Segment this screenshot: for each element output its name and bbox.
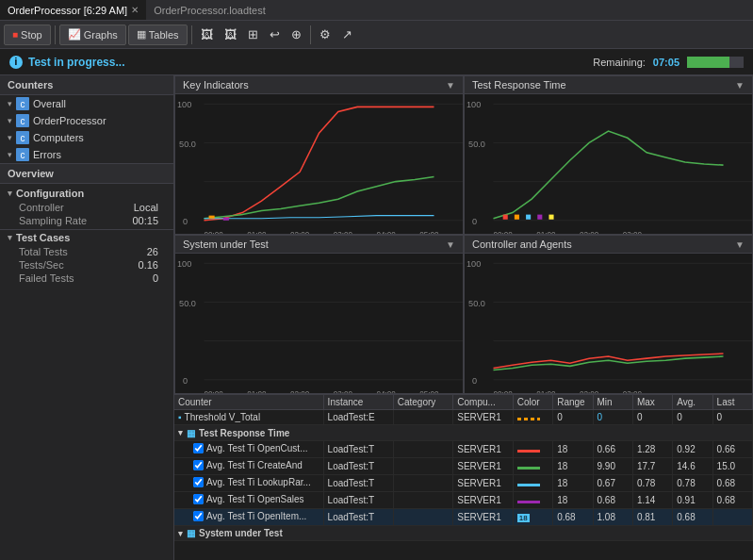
tab-close-active[interactable]: ✕	[131, 5, 139, 15]
cell-avg: 0.92	[673, 440, 712, 457]
svg-text:50.0: 50.0	[468, 140, 485, 149]
toolbar-grid-icon[interactable]: ⊞	[243, 25, 263, 45]
cell-counter: Avg. Test Ti OpenItem...	[174, 508, 323, 525]
cell-max: 0	[632, 410, 672, 425]
configuration-header[interactable]: Configuration	[0, 186, 173, 201]
toolbar-export-icon[interactable]: ↗	[337, 25, 357, 45]
cell-last: 0.66	[712, 440, 752, 457]
cell-computer: SERVER1	[453, 440, 514, 457]
svg-rect-28	[526, 215, 531, 220]
col-header-avg[interactable]: Avg.	[673, 395, 712, 410]
section-expand-icon-system[interactable]: ▾	[178, 529, 183, 538]
toolbar-icon-1[interactable]: 🖼	[196, 25, 218, 45]
row-checkbox[interactable]	[193, 443, 204, 453]
svg-text:01:00: 01:00	[536, 390, 556, 394]
svg-text:01:00: 01:00	[247, 390, 267, 394]
tab-orderprocessor-loadtest[interactable]: OrderProcessor.loadtest	[146, 0, 273, 20]
chart-controller-agents-header: Controller and Agents ▼	[465, 236, 752, 254]
cell-last: 0.68	[712, 474, 752, 491]
chart-key-indicators-body: 100 50.0 0 00:00 01:00 02:00 03:00 04:00…	[175, 94, 463, 235]
tables-icon: ▦	[137, 28, 146, 41]
chart-controller-dropdown[interactable]: ▼	[735, 239, 745, 250]
tab-orderprocessor-active[interactable]: OrderProcessor [6:29 AM] ✕	[0, 0, 146, 20]
table-row: Avg. Test Ti OpenCust... LoadTest:T SERV…	[174, 440, 753, 457]
col-header-computer[interactable]: Compu...	[453, 395, 514, 410]
chart-system-dropdown[interactable]: ▼	[446, 239, 455, 250]
right-area: Key Indicators ▼ 100 50.0 0	[174, 75, 753, 560]
col-header-category[interactable]: Category	[393, 395, 453, 410]
cell-avg: 0	[673, 410, 712, 425]
test-cases-header[interactable]: Test Cases	[0, 230, 173, 245]
cell-max: 1.14	[632, 491, 672, 508]
svg-text:0: 0	[183, 217, 188, 226]
toolbar-settings-icon[interactable]: ⚙	[315, 25, 336, 45]
left-panel: Counters c Overall c OrderProcessor c Co…	[0, 75, 174, 560]
row-checkbox[interactable]	[193, 511, 204, 521]
cell-counter: Avg. Test Ti CreateAnd	[174, 457, 323, 474]
separator-1	[55, 25, 56, 44]
svg-text:0: 0	[183, 376, 188, 386]
tree-item-computers[interactable]: c Computers	[0, 129, 173, 146]
tab-label-inactive: OrderProcessor.loadtest	[154, 5, 266, 16]
cell-color	[513, 440, 552, 457]
toolbar-icon-2[interactable]: 🖼	[220, 25, 241, 45]
tables-button[interactable]: ▦ Tables	[128, 25, 188, 45]
cell-computer: SERVER1	[453, 410, 514, 425]
tree-item-errors[interactable]: c Errors	[0, 146, 173, 163]
cell-counter: Avg. Test Ti LookupRar...	[174, 474, 323, 491]
section-label: ▾ ▦ Test Response Time	[174, 425, 753, 441]
graphs-button[interactable]: 📈 Graphs	[59, 25, 126, 45]
color-swatch-green	[517, 467, 540, 469]
stop-button[interactable]: ■ Stop	[4, 25, 51, 45]
row-checkbox[interactable]	[193, 460, 204, 470]
row-checkbox[interactable]	[193, 494, 204, 504]
cell-min: 0	[593, 410, 632, 425]
col-header-last[interactable]: Last	[712, 395, 752, 410]
cell-color	[513, 474, 552, 491]
toolbar-back-icon[interactable]: ↩	[265, 25, 285, 45]
cell-last: 0	[712, 410, 752, 425]
col-header-instance[interactable]: Instance	[323, 395, 393, 410]
row-checkbox[interactable]	[193, 477, 204, 487]
tab-label-active: OrderProcessor [6:29 AM]	[8, 5, 127, 16]
chart-test-response-time: Test Response Time ▼ 100 50.0 0 00:00 01…	[464, 75, 753, 235]
col-header-counter[interactable]: Counter	[174, 395, 323, 410]
status-right: Remaining: 07:05	[593, 57, 744, 68]
chart-key-indicators-header: Key Indicators ▼	[175, 76, 463, 94]
toolbar-zoom-icon[interactable]: ⊕	[286, 25, 306, 45]
tree-label-overall: Overall	[33, 98, 66, 109]
col-header-range[interactable]: Range	[553, 395, 593, 410]
chart-test-response-dropdown[interactable]: ▼	[735, 80, 745, 91]
data-table: Counter Instance Category Compu... Color…	[174, 395, 753, 541]
section-expand-icon[interactable]: ▾	[178, 428, 183, 437]
chart-key-indicators-dropdown[interactable]: ▼	[446, 80, 455, 91]
col-header-min[interactable]: Min	[593, 395, 632, 410]
overall-expand-icon	[8, 99, 12, 108]
col-header-max[interactable]: Max	[632, 395, 672, 410]
cell-color	[513, 410, 552, 425]
table-row: Avg. Test Ti OpenSales LoadTest:T SERVER…	[174, 491, 753, 508]
separator-2	[191, 25, 192, 44]
cell-max: 17.7	[632, 457, 672, 474]
cell-max: 0.78	[632, 474, 672, 491]
table-area: Counter Instance Category Compu... Color…	[174, 395, 753, 560]
overall-icon: c	[16, 97, 29, 110]
tab-bar: OrderProcessor [6:29 AM] ✕ OrderProcesso…	[0, 0, 273, 20]
col-header-color[interactable]: Color	[513, 395, 552, 410]
cell-max: 1.28	[632, 440, 672, 457]
svg-rect-30	[548, 215, 553, 220]
cell-avg: 0.68	[673, 508, 712, 525]
svg-text:00:00: 00:00	[205, 390, 224, 394]
test-cases-section: Test Cases Total Tests 26 Tests/Sec 0.16…	[0, 229, 173, 285]
cell-instance: LoadTest:T	[323, 440, 393, 457]
cell-range: 18	[553, 440, 593, 457]
svg-rect-27	[515, 215, 519, 220]
table-scroll[interactable]: Counter Instance Category Compu... Color…	[174, 395, 753, 560]
cell-category	[393, 508, 453, 525]
tree-item-overall[interactable]: c Overall	[0, 95, 173, 112]
svg-text:03:00: 03:00	[623, 390, 643, 394]
svg-text:05:00: 05:00	[419, 390, 439, 394]
info-icon: i	[9, 56, 23, 69]
tree-item-orderprocessor[interactable]: c OrderProcessor	[0, 112, 173, 129]
test-cases-expand-icon	[8, 233, 12, 242]
